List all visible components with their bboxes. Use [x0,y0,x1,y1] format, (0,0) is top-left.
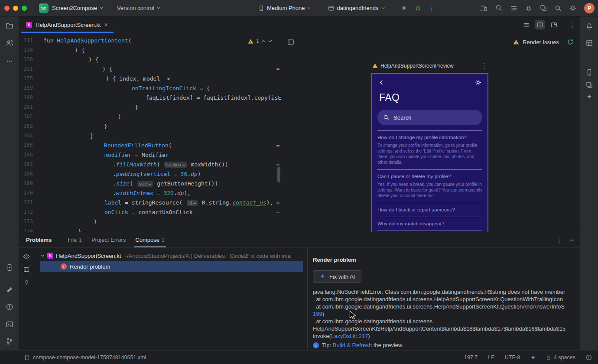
ai-search-icon[interactable] [495,4,503,12]
panel-options-icon[interactable]: ⋮ [556,237,562,243]
preview-split-icon[interactable] [287,39,294,46]
vcs-menu[interactable]: Version control [114,3,164,13]
notifications-bell-icon[interactable] [585,22,593,29]
git-branch-icon[interactable] [6,338,13,345]
refresh-preview-icon[interactable] [567,39,574,46]
faq-question[interactable]: How do I block or report someone? [377,207,482,212]
line-separator[interactable]: LF [488,354,494,361]
minimize-panel-icon[interactable] [569,237,575,243]
caret-position[interactable]: 197:7 [464,354,478,361]
editor-scrollbar[interactable] [277,167,280,182]
debug-button[interactable] [415,5,421,11]
fix-with-ai-button[interactable]: Fix with AI [313,270,361,283]
faq-question[interactable]: How do I change my profile information? [377,135,482,140]
code-line-171[interactable]: 171label = stringResource( id = R.string… [19,198,281,207]
stack-frame-link[interactable]: LazyDsl.kt:217 [331,333,368,339]
tab-file[interactable]: File1 [63,232,87,247]
editor-tab-active[interactable]: K HelpAndSupportScreen.kt ✕ [21,16,114,33]
layout-inspector-icon[interactable] [586,39,593,46]
terminal-icon[interactable] [6,321,13,328]
preview-card-header[interactable]: HelpAndSupportScreenPreview ⋮ [372,62,488,69]
code-line-161[interactable]: 161} [19,102,281,112]
back-arrow-icon[interactable] [378,79,385,86]
code-line-159[interactable]: 159onTrailingIconClick = { [19,83,281,93]
minimize-window-button[interactable] [13,6,18,11]
preview-eye-icon[interactable] [23,253,30,260]
indent-setting[interactable]: 4 spaces [546,354,575,361]
chevron-down-icon[interactable] [41,254,45,257]
details-toggle-icon[interactable] [22,265,31,274]
profiler-bug-icon[interactable] [525,5,532,12]
device-mirror-icon[interactable] [540,5,547,12]
code-line-166[interactable]: 166modifier = Modifier [19,150,281,159]
code-line-155[interactable]: 155) { index, model -> [19,74,281,83]
zoom-window-button[interactable] [22,6,27,11]
code-line-172[interactable]: 172onClick = contactUsOnClick [19,207,281,217]
editor-list-icon[interactable] [521,20,531,29]
code-line-165[interactable]: 165RoundedFilledButton( [19,140,281,150]
code-line-168[interactable]: 168.padding(vertical = 36.dp) [19,169,281,179]
code-line-164[interactable]: 164} [19,131,281,140]
project-menu[interactable]: Screen2Compose [49,3,107,13]
stripe-warning-mark[interactable] [276,145,280,146]
code-editor[interactable]: 111fun HelpAndSupportContent(124) {130) … [19,33,281,232]
more-run-options-icon[interactable]: ⋮ [428,5,435,11]
preview-options-icon[interactable]: ⋮ [481,62,488,69]
problems-icon[interactable] [6,303,13,311]
faq-question[interactable]: Can I pause or delete my profile? [377,174,482,179]
render-problem-row[interactable]: ! Render problem [40,261,303,272]
profile-avatar[interactable]: P [584,3,595,13]
stripe-mark[interactable] [276,212,280,213]
detach-editor-icon[interactable] [549,20,559,29]
run-config-selector[interactable]: datingandfriends [325,3,388,13]
build-icon[interactable] [6,286,13,293]
stack-frame-link[interactable]: 199 [313,311,322,317]
phone-preview[interactable]: FAQ Search How do I change my profile in… [371,73,488,232]
code-line-111[interactable]: 111fun HelpAndSupportContent( [19,36,281,45]
tab-compose[interactable]: Compose1 [130,232,169,247]
code-line-124[interactable]: 124) { [19,45,281,55]
close-window-button[interactable] [4,6,10,11]
code-line-167[interactable]: 167.fillMaxWidth( fraction = maxWidth()) [19,159,281,169]
more-tool-windows-icon[interactable] [6,58,13,65]
faq-search-bar[interactable]: Search [377,110,482,125]
quickfix-bulb-icon[interactable] [23,279,30,286]
notifications-status-icon[interactable] [586,354,592,361]
render-issues-label[interactable]: Render Issues [523,39,559,46]
resource-manager-icon[interactable] [586,81,593,88]
tab-project-errors[interactable]: Project Errors [87,232,130,247]
stripe-warning-mark[interactable] [276,68,280,70]
gemini-ai-icon[interactable] [585,94,593,101]
collaboration-icon[interactable] [6,39,13,47]
project-folder-icon[interactable] [6,22,13,29]
stripe-mark[interactable] [276,202,280,204]
file-encoding[interactable]: UTF-8 [505,354,520,361]
code-line-160[interactable]: 160faqList[index] = faqList[index].copy(… [19,93,281,102]
inspections-widget[interactable]: 1 [246,37,274,45]
code-line-130[interactable]: 130) { [19,55,281,64]
device-streaming-icon[interactable] [480,5,488,12]
code-line-173[interactable]: 173) [19,217,281,226]
code-line-170[interactable]: 170.widthIn(max = 320.dp), [19,188,281,198]
stripe-mark[interactable] [276,164,280,166]
faq-question[interactable]: Why did my match disappear? [377,221,482,226]
prev-issue-icon[interactable] [262,40,266,42]
code-line-163[interactable]: 163} [19,121,281,131]
running-devices-icon[interactable] [6,264,13,271]
split-editor-icon[interactable] [535,20,545,29]
build-refresh-link[interactable]: Build & Refresh [333,342,372,348]
device-manager-icon[interactable] [586,69,593,76]
ai-status-icon[interactable]: ✦ [530,354,536,361]
editor-options-icon[interactable]: ⋮ [569,22,575,28]
problems-file-row[interactable]: K HelpAndSupportScreen.kt ~/AndroidStudi… [34,250,307,261]
close-tab-icon[interactable]: ✕ [104,22,108,28]
run-button[interactable] [401,5,408,11]
settings-gear-icon[interactable] [569,5,576,12]
search-icon[interactable] [555,5,562,12]
structure-list-icon[interactable] [510,5,517,12]
code-line-151[interactable]: 151) { [19,64,281,74]
code-line-169[interactable]: 169.size( size = getButtonHeight()) [19,179,281,188]
faq-settings-gear-icon[interactable] [475,79,481,86]
next-issue-icon[interactable] [268,40,272,42]
code-line-162[interactable]: 162) [19,112,281,121]
